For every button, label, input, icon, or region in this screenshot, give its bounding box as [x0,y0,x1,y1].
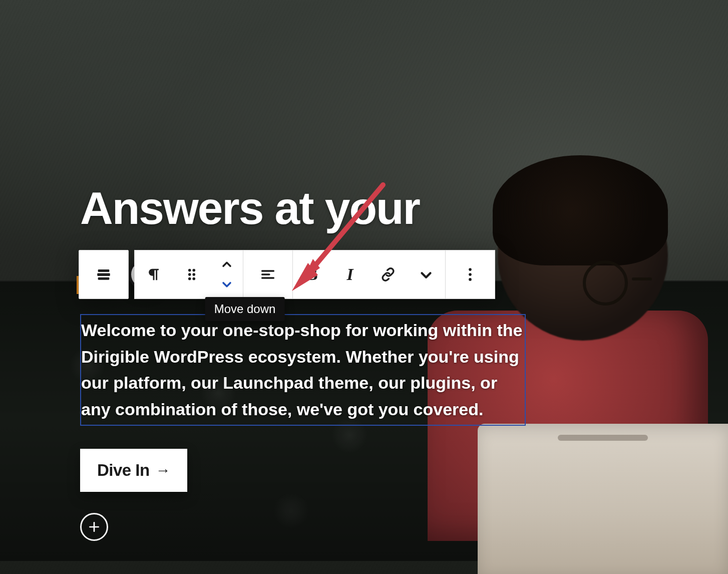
bold-button[interactable]: B [293,250,331,299]
plus-icon [88,520,101,533]
svg-point-14 [469,273,472,276]
svg-point-13 [469,268,472,271]
svg-point-15 [469,278,472,281]
toolbar-group-block [134,250,243,299]
toolbar-group-inline: B I [292,250,446,299]
svg-point-9 [192,277,195,280]
block-toolbar-wrap: B I [79,250,546,299]
link-icon [380,266,397,283]
move-down-tooltip: Move down [205,297,285,321]
svg-point-7 [192,273,195,276]
person-glasses [583,260,628,306]
stack-icon [95,266,112,283]
drag-handle-icon [183,266,200,283]
parent-block-button[interactable] [79,250,128,299]
svg-rect-1 [98,269,110,272]
align-left-icon [259,266,276,283]
add-block-button[interactable] [80,513,108,541]
chevron-up-icon [220,258,234,272]
more-options-button[interactable] [446,250,495,299]
hero-paragraph[interactable]: Welcome to your one-stop-shop for workin… [80,314,526,426]
toolbar-group-overflow [445,250,495,299]
svg-point-8 [188,277,191,280]
toolbar-group-parent [79,250,129,299]
block-movers [211,250,243,299]
italic-button[interactable]: I [331,250,369,299]
cta-label: Dive In [97,461,150,480]
svg-point-4 [188,268,191,271]
arrow-right-icon: → [156,462,171,479]
svg-rect-2 [98,277,110,279]
svg-rect-3 [97,273,110,276]
svg-point-5 [192,268,195,271]
more-inline-button[interactable] [407,250,445,299]
dive-in-button[interactable]: Dive In → [80,449,187,492]
chevron-down-icon [418,266,435,283]
hero-heading[interactable]: Answers at your [80,185,546,232]
block-toolbar: B I [79,250,546,299]
chevron-down-icon [220,277,234,291]
block-type-button[interactable] [135,250,173,299]
svg-point-6 [188,273,191,276]
more-vertical-icon [462,266,479,283]
drag-handle[interactable] [173,250,211,299]
paragraph-icon [145,266,162,283]
toolbar-group-align [243,250,293,299]
hero-content: Answers at your [80,185,546,541]
move-up-button[interactable] [220,258,234,272]
align-button[interactable] [243,250,292,299]
move-down-button[interactable] [220,277,234,291]
link-button[interactable] [369,250,407,299]
